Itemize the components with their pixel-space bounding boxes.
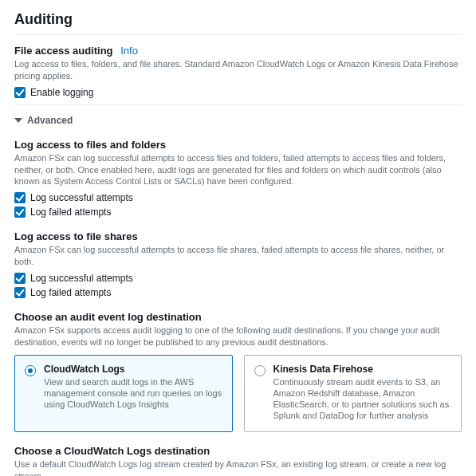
advanced-label: Advanced: [27, 115, 73, 126]
shares-success-checkbox[interactable]: [14, 273, 26, 284]
firehose-title: Kinesis Data Firehose: [273, 364, 452, 375]
cw-dest-title: Choose a CloudWatch Logs destination: [14, 445, 462, 457]
files-failed-checkbox[interactable]: [14, 207, 26, 218]
cloudwatch-desc: View and search audit logs in the AWS ma…: [44, 376, 222, 411]
destination-section: Choose an audit event log destination Am…: [14, 311, 462, 432]
firehose-desc: Continuously stream audit events to S3, …: [273, 376, 452, 422]
shares-failed-checkbox[interactable]: [14, 287, 26, 298]
cloudwatch-option[interactable]: CloudWatch Logs View and search audit lo…: [14, 355, 233, 432]
shares-failed-label: Log failed attempts: [30, 287, 111, 298]
files-folders-desc: Amazon FSx can log successful attempts t…: [14, 152, 461, 188]
page-title: Auditing: [14, 11, 462, 28]
destination-title: Choose an audit event log destination: [14, 311, 462, 323]
files-success-label: Log successful attempts: [30, 192, 133, 203]
enable-logging-label: Enable logging: [30, 87, 93, 98]
divider: [14, 104, 462, 105]
files-success-checkbox[interactable]: [14, 192, 26, 203]
file-access-header: File access auditing: [14, 45, 113, 57]
divider: [14, 34, 462, 35]
shares-title: Log access to file shares: [14, 230, 462, 242]
files-folders-title: Log access to files and folders: [14, 139, 462, 151]
file-access-desc: Log access to files, folders, and file s…: [14, 58, 461, 82]
shares-success-label: Log successful attempts: [30, 273, 133, 284]
files-folders-section: Log access to files and folders Amazon F…: [14, 139, 462, 218]
chevron-down-icon: [14, 118, 22, 123]
cw-dest-desc: Use a default CloudWatch Logs log stream…: [14, 458, 461, 476]
cloudwatch-title: CloudWatch Logs: [44, 364, 222, 375]
file-access-section: File access auditing Info Log access to …: [14, 45, 462, 98]
files-failed-label: Log failed attempts: [30, 207, 111, 218]
cloudwatch-radio[interactable]: [25, 365, 36, 376]
shares-section: Log access to file shares Amazon FSx can…: [14, 230, 462, 298]
advanced-toggle[interactable]: Advanced: [14, 115, 462, 126]
shares-desc: Amazon FSx can log successful attempts t…: [14, 244, 461, 268]
info-link[interactable]: Info: [120, 45, 138, 57]
destination-desc: Amazon FSx supports access audit logging…: [14, 325, 461, 348]
cw-dest-section: Choose a CloudWatch Logs destination Use…: [14, 445, 462, 476]
enable-logging-checkbox[interactable]: [14, 87, 26, 98]
firehose-option[interactable]: Kinesis Data Firehose Continuously strea…: [244, 355, 462, 432]
firehose-radio[interactable]: [254, 365, 266, 376]
